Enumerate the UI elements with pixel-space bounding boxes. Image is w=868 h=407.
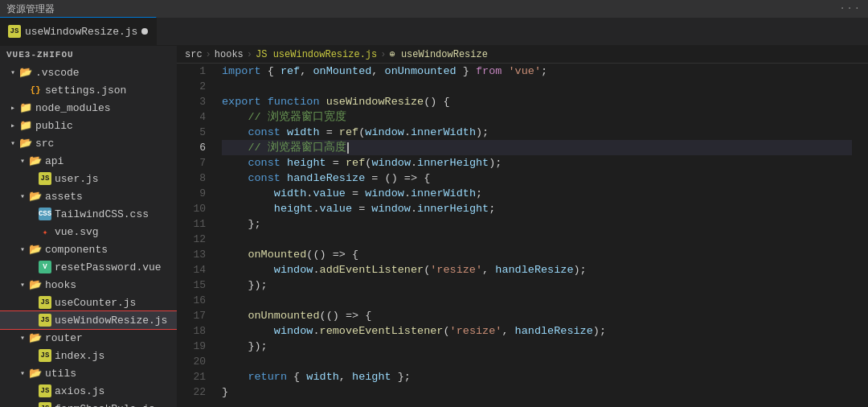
token-op: }; (222, 216, 261, 232)
token-op (222, 262, 274, 278)
code-line-6: // 浏览器窗口高度 (222, 140, 852, 155)
sidebar-item-label: settings.json (45, 84, 126, 97)
sidebar-item-node_modules[interactable]: 📁node_modules (0, 99, 177, 117)
line-numbers: 12345678910111213141516171819202122 (177, 64, 215, 407)
sidebar-item-useCounter[interactable]: JSuseCounter.js (0, 294, 177, 311)
vue-icon: V (39, 261, 51, 273)
sidebar-item-utils[interactable]: 📂utils (0, 364, 177, 382)
css-icon: CSS (39, 208, 51, 220)
json-icon: {} (29, 84, 42, 97)
line-num-12: 12 (177, 232, 206, 247)
breadcrumb-func: ⊕ useWindowResize (389, 48, 487, 60)
token-op: ( (365, 155, 371, 171)
svg-icon: ✦ (39, 225, 51, 238)
token-op: } (457, 64, 476, 79)
token-op (222, 247, 248, 262)
line-num-10: 10 (177, 201, 206, 216)
sidebar-header: VUE3-ZHIFOU (0, 46, 177, 64)
chevron-icon (16, 367, 29, 380)
token-op: ( (358, 125, 365, 140)
breadcrumb-src: src (185, 49, 203, 60)
token-op (222, 171, 248, 186)
sidebar-item-label: .vscode (35, 67, 80, 79)
token-var: width (274, 186, 307, 201)
folder-open-icon: 📂 (29, 243, 42, 256)
token-prop: value (313, 186, 346, 201)
token-fn: onMounted (248, 247, 306, 262)
token-op: , (502, 323, 514, 339)
sidebar-item-formcheck[interactable]: JSformCheckRule.js (0, 400, 177, 407)
token-op (280, 155, 287, 171)
sidebar-item-label: public (35, 120, 73, 132)
sidebar-item-label: assets (45, 191, 83, 203)
token-op: = (352, 201, 371, 216)
sidebar-item-reset_vue[interactable]: VresetPassword.vue (0, 258, 177, 276)
sidebar-item-settings[interactable]: {}settings.json (0, 81, 177, 99)
line-num-11: 11 (177, 216, 206, 232)
folder-open-icon: 📂 (29, 331, 42, 344)
sidebar-item-useWindowResize[interactable]: JSuseWindowResize.js (0, 311, 177, 329)
code-line-22: } (222, 384, 852, 400)
code-line-5: const width = ref(window.innerWidth); (222, 125, 852, 140)
text-cursor (347, 142, 349, 154)
sidebar-item-tailwind[interactable]: CSSTailwindCSS.css (0, 205, 177, 223)
token-prop: innerWidth (411, 125, 476, 140)
token-op: , (371, 64, 384, 79)
token-kw2: from (476, 64, 502, 79)
token-kw: const (248, 155, 280, 171)
sidebar-item-router[interactable]: 📂router (0, 329, 177, 347)
sidebar-item-assets[interactable]: 📂assets (0, 187, 177, 205)
token-kw: const (248, 125, 280, 140)
sidebar-item-vscode[interactable]: 📂.vscode (0, 64, 177, 81)
token-op: ( (424, 262, 430, 278)
token-op: . (411, 155, 417, 171)
token-fn: addEventListener (320, 262, 424, 278)
token-kw: function (268, 94, 320, 109)
token-var: height (274, 201, 313, 216)
sidebar-item-axios_js[interactable]: JSaxios.js (0, 382, 177, 400)
code-line-14: window.addEventListener('resize', handle… (222, 262, 852, 278)
sidebar-item-hooks[interactable]: 📂hooks (0, 276, 177, 294)
token-op: , (339, 369, 352, 384)
sidebar-item-user_js[interactable]: JSuser.js (0, 170, 177, 187)
token-op (222, 186, 274, 201)
sidebar-item-src[interactable]: 📂src (0, 134, 177, 152)
code-lines[interactable]: import { ref, onMounted, onUnmounted } f… (215, 64, 868, 407)
title-bar-dots[interactable]: ··· (839, 3, 862, 14)
code-line-2 (222, 79, 852, 94)
token-op: ); (574, 262, 587, 278)
line-num-19: 19 (177, 339, 206, 354)
token-var: window (371, 155, 411, 171)
token-cmt: // 浏览器窗口宽度 (222, 109, 346, 125)
token-op: ; (476, 186, 482, 201)
sidebar-item-api[interactable]: 📂api (0, 152, 177, 170)
code-editor[interactable]: 12345678910111213141516171819202122 impo… (177, 64, 868, 407)
folder-open-icon: 📂 (29, 367, 42, 380)
sidebar-item-public[interactable]: 📁public (0, 117, 177, 134)
breadcrumb-file: JS useWindowResize.js (256, 49, 377, 60)
token-op: (() => { (320, 308, 372, 323)
title-bar: 资源管理器 ··· (0, 0, 868, 18)
chevron-icon (16, 278, 29, 291)
sidebar-item-label: router (45, 332, 83, 344)
token-var: window (274, 262, 313, 278)
token-fn: ref (346, 155, 365, 171)
sidebar-item-vue_svg[interactable]: ✦vue.svg (0, 223, 177, 240)
token-op: () { (424, 94, 449, 109)
code-line-15: }); (222, 278, 852, 293)
tab-usewindowresize[interactable]: JS useWindowResize.js (0, 17, 157, 45)
chevron-icon (16, 154, 29, 167)
tab-js-icon: JS (8, 25, 21, 38)
sidebar-item-label: node_modules (35, 102, 111, 114)
token-var: onMounted (313, 64, 371, 79)
title-bar-text: 资源管理器 (6, 2, 55, 16)
token-op (222, 125, 248, 140)
sidebar-item-index_js[interactable]: JSindex.js (0, 347, 177, 364)
sidebar[interactable]: VUE3-ZHIFOU 📂.vscode {}settings.json📁nod… (0, 46, 177, 407)
sidebar-item-label: index.js (55, 350, 104, 362)
token-op: ); (489, 155, 502, 171)
folder-icon: 📁 (19, 101, 32, 114)
code-line-12 (222, 232, 852, 247)
folder-open-icon: 📂 (19, 66, 32, 79)
sidebar-item-components[interactable]: 📂components (0, 240, 177, 258)
